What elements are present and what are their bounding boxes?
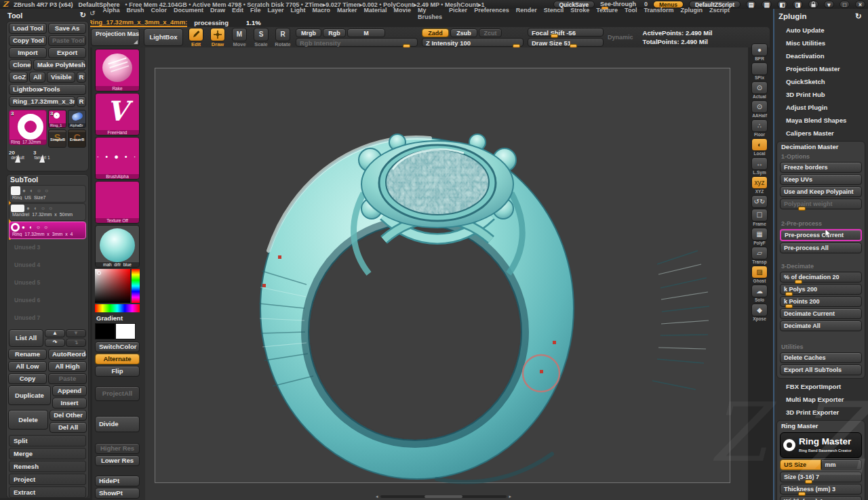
close-button[interactable]: ×: [855, 1, 865, 8]
insert-button[interactable]: Insert: [52, 398, 87, 409]
keep-uvs-button[interactable]: Keep UVs: [780, 174, 862, 185]
subtool-item[interactable]: ● ◐ ○ ○ Mandrel_17.32mm_x_50mm: [9, 203, 86, 221]
menu-item[interactable]: Stencil: [540, 7, 568, 20]
lower-res-shelf-button[interactable]: Lower Res: [95, 455, 140, 466]
view-toggle-button[interactable]: ↺↻: [749, 195, 770, 208]
mrgb-button[interactable]: Mrgb: [296, 28, 321, 37]
export-button[interactable]: Export: [48, 47, 86, 58]
zplugin-subpalette-header[interactable]: QuickSketch: [776, 75, 866, 88]
paste-subtool-button[interactable]: Paste: [48, 373, 87, 384]
lightbox-button[interactable]: LightBox: [144, 28, 183, 46]
zplugin-subpalette-header[interactable]: Adjust Plugin: [776, 101, 866, 114]
collapsed-section-header[interactable]: Extract: [9, 486, 86, 498]
minimize-button[interactable]: ▾: [824, 1, 834, 8]
hue-strip-horizontal[interactable]: [95, 304, 140, 312]
collapsed-section-header[interactable]: Merge: [9, 448, 86, 459]
projection-master-button[interactable]: Projection Master: [91, 28, 140, 46]
zplugin-subpalette-header[interactable]: Maya Blend Shapes: [776, 114, 866, 127]
save-as-button[interactable]: Save As: [48, 23, 86, 34]
decimate-current-button[interactable]: Decimate Current: [780, 308, 862, 319]
alpha-selector[interactable]: · • ● • · BrushAlpha: [95, 137, 140, 180]
preprocess-current-button[interactable]: Pre-process Current: [780, 229, 862, 241]
z-intensity-slider[interactable]: Z Intensity 100: [422, 38, 524, 47]
view-toggle-button[interactable]: xyz XYZ: [749, 176, 770, 194]
clone-button[interactable]: Clone: [9, 60, 32, 70]
ring-master-slider[interactable]: Size (3-16) 7: [780, 472, 862, 482]
r-button[interactable]: R: [77, 72, 86, 83]
view-toggle-button[interactable]: ◐ Local: [749, 138, 770, 157]
scale-mode-button[interactable]: S Scale: [252, 28, 270, 47]
tool-thumbnail[interactable]: S SimpleB: [48, 129, 66, 148]
gradient-label[interactable]: Gradient: [95, 314, 145, 322]
menu-item[interactable]: Zscript: [706, 7, 733, 20]
current-tool-button[interactable]: Ring_17.32mm_x_3m: [9, 96, 75, 107]
load-tool-button[interactable]: Load Tool: [9, 23, 47, 34]
secondary-color-swatch[interactable]: [115, 323, 136, 339]
view-toggle-button[interactable]: ◆ Xpose: [749, 304, 770, 322]
preprocess-all-button[interactable]: Pre-process All: [780, 243, 862, 253]
subtool-item[interactable]: ● ◐ ○ ○ Ring_US_Size7: [9, 185, 86, 203]
subtool-arrow-button[interactable]: ↴: [66, 339, 86, 347]
higher-res-shelf-button[interactable]: Higher Res: [95, 443, 140, 454]
zadd-button[interactable]: Zadd: [422, 28, 449, 37]
hue-strip-vertical[interactable]: [132, 269, 140, 303]
collapsed-section-header[interactable]: Remesh: [9, 461, 86, 472]
ring-master-title[interactable]: Ring Master: [778, 421, 863, 431]
copy-tool-button[interactable]: Copy Tool: [9, 35, 47, 46]
zplugin-subpalette-header[interactable]: 3D Print Hub: [776, 88, 866, 101]
polypaint-weight-slider[interactable]: Polypaint weight: [780, 199, 862, 209]
color-picker-icon[interactable]: ◨: [793, 1, 803, 8]
menu-item[interactable]: Texture: [593, 7, 621, 20]
menu-item[interactable]: Stroke: [567, 7, 593, 20]
subtool-item-selected[interactable]: ● ◐ ○ ○ Ring_17.32mm_x_3mm_x_4: [9, 222, 86, 239]
decimation-slider[interactable]: k Polys 200: [780, 284, 862, 295]
zplugin-subpalette-header[interactable]: 3D Print Exporter: [776, 406, 866, 419]
decimation-slider[interactable]: k Points 200: [780, 296, 862, 307]
r-button[interactable]: R: [77, 96, 86, 107]
rename-button[interactable]: Rename: [8, 349, 47, 360]
color-picker[interactable]: [95, 269, 140, 312]
zsub-button[interactable]: Zsub: [450, 28, 477, 37]
view-toggle-button[interactable]: ⊙ Actual: [749, 81, 770, 100]
zplugin-subpalette-header[interactable]: Projection Master: [776, 62, 866, 75]
primary-color-swatch[interactable]: [95, 323, 115, 339]
del-all-button[interactable]: Del All: [50, 422, 87, 433]
quick-tool[interactable]: 20 default: [9, 150, 26, 169]
current-tool-thumbnail[interactable]: 3 Ring_17.32mm: [9, 110, 47, 145]
autoreorder-button[interactable]: AutoReorde: [48, 349, 87, 360]
restore-button[interactable]: □: [840, 1, 850, 8]
menu-item[interactable]: Tool: [621, 7, 640, 20]
palette-toggle-icon[interactable]: ▤: [746, 1, 756, 8]
list-all-button[interactable]: List All: [9, 329, 43, 347]
view-toggle-button[interactable]: ∴ Floor: [749, 119, 770, 138]
quick-tool[interactable]: 3 fangirl 1: [33, 150, 51, 169]
goz-visible-button[interactable]: Visible: [47, 72, 75, 83]
zplugin-subpalette-header[interactable]: Deactivation: [776, 49, 866, 62]
palette-toggle-icon[interactable]: ▥: [762, 1, 772, 8]
view-toggle-button[interactable]: ▦ PolyF: [749, 228, 770, 246]
view-toggle-button[interactable]: ☁ Solo: [749, 285, 770, 303]
edit-mode-button[interactable]: Edit: [187, 28, 205, 47]
zplugin-subpalette-header[interactable]: Misc Utilities: [776, 37, 866, 49]
switchcolor-button[interactable]: SwitchColor: [95, 341, 140, 352]
delete-button[interactable]: Delete: [8, 410, 48, 430]
del-other-button[interactable]: Del Other: [50, 410, 87, 421]
tool-thumbnail[interactable]: AlphaBr: [68, 110, 86, 128]
all-high-button[interactable]: All High: [48, 361, 87, 372]
duplicate-button[interactable]: Duplicate: [8, 386, 51, 405]
scroll-right-icon[interactable]: ▸: [509, 494, 511, 499]
m-button[interactable]: M: [347, 28, 385, 37]
decimate-all-button[interactable]: Decimate All: [780, 320, 862, 331]
draw-mode-button[interactable]: Draw: [209, 28, 226, 47]
view-toggle-button[interactable]: SPix: [749, 62, 770, 81]
ring-master-slider[interactable]: Thickness (mm) 3: [780, 484, 862, 495]
zplugin-subpalette-header[interactable]: Auto Update: [776, 24, 866, 37]
mm-toggle[interactable]: mm: [821, 459, 863, 470]
zplugin-subpalette-header[interactable]: Multi Map Exporter: [776, 393, 866, 406]
view-toggle-button[interactable]: ☐ Frame: [749, 209, 770, 227]
lightbox-tools-button[interactable]: Lightbox▸Tools: [9, 84, 86, 95]
subtool-unused-item[interactable]: Unused 5: [9, 275, 86, 292]
keep-polypaint-button[interactable]: Use and Keep Polypaint: [780, 186, 862, 197]
dynamic-toggle[interactable]: Dynamic: [608, 34, 633, 41]
subtool-unused-item[interactable]: Unused 6: [9, 293, 86, 310]
